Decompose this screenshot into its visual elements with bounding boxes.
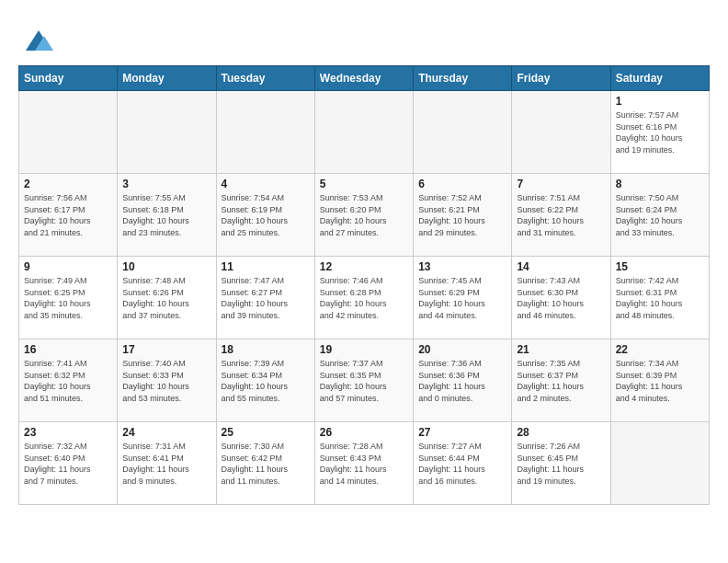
calendar-day-cell: 20Sunrise: 7:36 AM Sunset: 6:36 PM Dayli… xyxy=(414,339,512,422)
day-number: 1 xyxy=(616,95,704,108)
calendar-day-cell xyxy=(512,91,610,174)
day-info: Sunrise: 7:43 AM Sunset: 6:30 PM Dayligh… xyxy=(517,275,605,321)
day-info: Sunrise: 7:36 AM Sunset: 6:36 PM Dayligh… xyxy=(418,358,506,404)
day-info: Sunrise: 7:57 AM Sunset: 6:16 PM Dayligh… xyxy=(616,109,704,155)
calendar-day-cell xyxy=(19,91,118,174)
calendar-day-cell xyxy=(118,91,216,174)
calendar-day-cell: 27Sunrise: 7:27 AM Sunset: 6:44 PM Dayli… xyxy=(414,422,512,505)
calendar-day-cell xyxy=(314,91,413,174)
calendar-day-cell: 2Sunrise: 7:56 AM Sunset: 6:17 PM Daylig… xyxy=(19,174,118,257)
day-number: 28 xyxy=(517,426,605,439)
calendar-day-cell: 26Sunrise: 7:28 AM Sunset: 6:43 PM Dayli… xyxy=(314,422,413,505)
day-number: 7 xyxy=(517,178,605,190)
day-info: Sunrise: 7:51 AM Sunset: 6:22 PM Dayligh… xyxy=(517,192,605,238)
day-info: Sunrise: 7:52 AM Sunset: 6:21 PM Dayligh… xyxy=(418,192,506,238)
day-info: Sunrise: 7:35 AM Sunset: 6:37 PM Dayligh… xyxy=(517,358,605,404)
day-number: 8 xyxy=(616,178,704,190)
weekday-header-cell: Sunday xyxy=(19,66,118,91)
day-number: 24 xyxy=(122,426,210,439)
calendar-day-cell: 19Sunrise: 7:37 AM Sunset: 6:35 PM Dayli… xyxy=(314,339,413,422)
day-info: Sunrise: 7:30 AM Sunset: 6:42 PM Dayligh… xyxy=(222,441,310,487)
day-number: 20 xyxy=(418,343,506,356)
calendar-day-cell: 1Sunrise: 7:57 AM Sunset: 6:16 PM Daylig… xyxy=(610,91,709,174)
day-info: Sunrise: 7:50 AM Sunset: 6:24 PM Dayligh… xyxy=(616,192,704,238)
calendar-day-cell: 28Sunrise: 7:26 AM Sunset: 6:45 PM Dayli… xyxy=(512,422,610,505)
logo-icon xyxy=(18,23,51,56)
day-info: Sunrise: 7:41 AM Sunset: 6:32 PM Dayligh… xyxy=(24,358,112,404)
day-info: Sunrise: 7:34 AM Sunset: 6:39 PM Dayligh… xyxy=(616,358,704,404)
page-header xyxy=(18,18,710,56)
day-number: 10 xyxy=(122,260,210,273)
day-info: Sunrise: 7:32 AM Sunset: 6:40 PM Dayligh… xyxy=(24,441,112,487)
calendar-day-cell: 13Sunrise: 7:45 AM Sunset: 6:29 PM Dayli… xyxy=(414,257,512,339)
calendar-day-cell: 7Sunrise: 7:51 AM Sunset: 6:22 PM Daylig… xyxy=(512,174,610,257)
weekday-header-cell: Wednesday xyxy=(314,66,413,91)
calendar-day-cell: 21Sunrise: 7:35 AM Sunset: 6:37 PM Dayli… xyxy=(512,339,610,422)
calendar-day-cell: 14Sunrise: 7:43 AM Sunset: 6:30 PM Dayli… xyxy=(512,257,610,339)
day-number: 11 xyxy=(222,260,310,273)
calendar-day-cell: 17Sunrise: 7:40 AM Sunset: 6:33 PM Dayli… xyxy=(118,339,216,422)
calendar-week-row: 9Sunrise: 7:49 AM Sunset: 6:25 PM Daylig… xyxy=(19,257,710,339)
logo xyxy=(18,23,55,56)
calendar-day-cell: 11Sunrise: 7:47 AM Sunset: 6:27 PM Dayli… xyxy=(216,257,314,339)
calendar-table: SundayMondayTuesdayWednesdayThursdayFrid… xyxy=(18,65,710,505)
calendar-day-cell: 22Sunrise: 7:34 AM Sunset: 6:39 PM Dayli… xyxy=(610,339,709,422)
day-info: Sunrise: 7:28 AM Sunset: 6:43 PM Dayligh… xyxy=(320,441,408,487)
day-info: Sunrise: 7:26 AM Sunset: 6:45 PM Dayligh… xyxy=(517,441,605,487)
weekday-header-cell: Thursday xyxy=(414,66,512,91)
day-number: 21 xyxy=(517,343,605,356)
calendar-day-cell: 3Sunrise: 7:55 AM Sunset: 6:18 PM Daylig… xyxy=(118,174,216,257)
day-number: 9 xyxy=(24,260,112,273)
day-number: 12 xyxy=(320,260,408,273)
day-info: Sunrise: 7:42 AM Sunset: 6:31 PM Dayligh… xyxy=(616,275,704,321)
calendar-day-cell xyxy=(610,422,709,505)
day-number: 15 xyxy=(616,260,704,273)
calendar-day-cell xyxy=(216,91,314,174)
day-info: Sunrise: 7:27 AM Sunset: 6:44 PM Dayligh… xyxy=(418,441,506,487)
weekday-header-cell: Tuesday xyxy=(216,66,314,91)
calendar-week-row: 1Sunrise: 7:57 AM Sunset: 6:16 PM Daylig… xyxy=(19,91,710,174)
day-number: 16 xyxy=(24,343,112,356)
day-number: 26 xyxy=(320,426,408,439)
day-number: 4 xyxy=(222,178,310,190)
day-info: Sunrise: 7:49 AM Sunset: 6:25 PM Dayligh… xyxy=(24,275,112,321)
day-info: Sunrise: 7:31 AM Sunset: 6:41 PM Dayligh… xyxy=(122,441,210,487)
day-info: Sunrise: 7:53 AM Sunset: 6:20 PM Dayligh… xyxy=(320,192,408,238)
day-number: 23 xyxy=(24,426,112,439)
weekday-header-cell: Monday xyxy=(118,66,216,91)
calendar-day-cell: 6Sunrise: 7:52 AM Sunset: 6:21 PM Daylig… xyxy=(414,174,512,257)
day-info: Sunrise: 7:40 AM Sunset: 6:33 PM Dayligh… xyxy=(122,358,210,404)
day-number: 17 xyxy=(122,343,210,356)
weekday-header-row: SundayMondayTuesdayWednesdayThursdayFrid… xyxy=(19,66,710,91)
calendar-day-cell: 8Sunrise: 7:50 AM Sunset: 6:24 PM Daylig… xyxy=(610,174,709,257)
calendar-week-row: 2Sunrise: 7:56 AM Sunset: 6:17 PM Daylig… xyxy=(19,174,710,257)
calendar-day-cell: 18Sunrise: 7:39 AM Sunset: 6:34 PM Dayli… xyxy=(216,339,314,422)
day-info: Sunrise: 7:45 AM Sunset: 6:29 PM Dayligh… xyxy=(418,275,506,321)
calendar-day-cell: 16Sunrise: 7:41 AM Sunset: 6:32 PM Dayli… xyxy=(19,339,118,422)
day-number: 5 xyxy=(320,178,408,190)
day-info: Sunrise: 7:48 AM Sunset: 6:26 PM Dayligh… xyxy=(122,275,210,321)
day-number: 22 xyxy=(616,343,704,356)
weekday-header-cell: Saturday xyxy=(610,66,709,91)
day-number: 18 xyxy=(222,343,310,356)
calendar-day-cell: 5Sunrise: 7:53 AM Sunset: 6:20 PM Daylig… xyxy=(314,174,413,257)
day-number: 13 xyxy=(418,260,506,273)
calendar-body: 1Sunrise: 7:57 AM Sunset: 6:16 PM Daylig… xyxy=(19,91,710,505)
day-number: 19 xyxy=(320,343,408,356)
day-number: 3 xyxy=(122,178,210,190)
day-number: 14 xyxy=(517,260,605,273)
day-number: 25 xyxy=(222,426,310,439)
day-info: Sunrise: 7:37 AM Sunset: 6:35 PM Dayligh… xyxy=(320,358,408,404)
day-info: Sunrise: 7:46 AM Sunset: 6:28 PM Dayligh… xyxy=(320,275,408,321)
day-number: 6 xyxy=(418,178,506,190)
calendar-day-cell: 25Sunrise: 7:30 AM Sunset: 6:42 PM Dayli… xyxy=(216,422,314,505)
calendar-day-cell: 15Sunrise: 7:42 AM Sunset: 6:31 PM Dayli… xyxy=(610,257,709,339)
calendar-day-cell: 23Sunrise: 7:32 AM Sunset: 6:40 PM Dayli… xyxy=(19,422,118,505)
calendar-week-row: 16Sunrise: 7:41 AM Sunset: 6:32 PM Dayli… xyxy=(19,339,710,422)
calendar-day-cell: 4Sunrise: 7:54 AM Sunset: 6:19 PM Daylig… xyxy=(216,174,314,257)
calendar-day-cell xyxy=(414,91,512,174)
day-info: Sunrise: 7:39 AM Sunset: 6:34 PM Dayligh… xyxy=(222,358,310,404)
calendar-day-cell: 12Sunrise: 7:46 AM Sunset: 6:28 PM Dayli… xyxy=(314,257,413,339)
calendar-week-row: 23Sunrise: 7:32 AM Sunset: 6:40 PM Dayli… xyxy=(19,422,710,505)
calendar-day-cell: 9Sunrise: 7:49 AM Sunset: 6:25 PM Daylig… xyxy=(19,257,118,339)
